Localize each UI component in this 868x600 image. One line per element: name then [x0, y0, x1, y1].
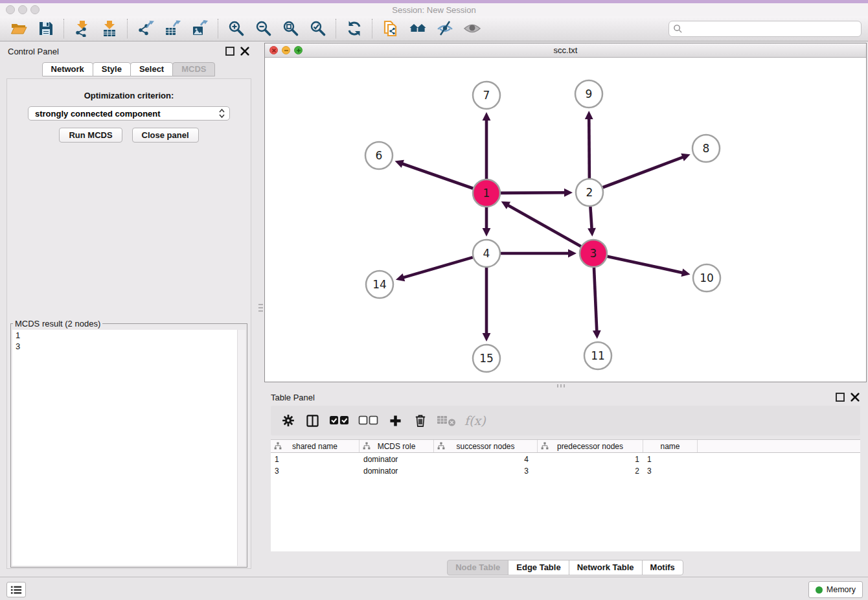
cell-mcds-role[interactable]: dominator: [360, 467, 434, 476]
criterion-select[interactable]: strongly connected component: [28, 106, 230, 121]
cell-name[interactable]: 3: [643, 467, 698, 476]
zoom-selected-icon: [310, 20, 326, 37]
delete-table-icon: [437, 414, 456, 427]
export-network-button[interactable]: [132, 18, 159, 39]
close-panel-icon[interactable]: [240, 46, 250, 56]
minimize-view-button[interactable]: [282, 46, 290, 54]
refresh-button[interactable]: [341, 18, 368, 39]
table-row[interactable]: 3dominator323: [271, 466, 860, 476]
search-icon: [673, 24, 683, 34]
add-row-button[interactable]: [387, 412, 404, 429]
toolbar-icons: [5, 18, 486, 39]
hide-view-button[interactable]: [431, 18, 459, 39]
tab-select[interactable]: Select: [130, 62, 173, 76]
window-titlebar: Session: New Session: [0, 3, 868, 17]
cell-name[interactable]: 1: [643, 455, 698, 464]
graph-edge-1-2[interactable]: [501, 192, 565, 193]
main-toolbar: [0, 16, 868, 41]
horizontal-splitter[interactable]: [264, 382, 867, 389]
graph-edge-arrowhead: [483, 228, 491, 237]
tab-edge-table[interactable]: Edge Table: [508, 560, 569, 575]
run-mcds-button[interactable]: Run MCDS: [59, 128, 122, 143]
tab-style[interactable]: Style: [93, 62, 131, 76]
cell-mcds-role[interactable]: dominator: [360, 455, 434, 464]
graph-edge-2-8[interactable]: [603, 157, 684, 187]
node-table: shared nameMCDS rolesuccessor nodesprede…: [271, 439, 860, 551]
zoom-in-button[interactable]: [223, 18, 250, 39]
import-table-button[interactable]: [96, 18, 123, 39]
cell-successor-nodes[interactable]: 3: [434, 467, 538, 476]
column-header-shared-name[interactable]: shared name: [271, 440, 360, 452]
column-header-mcds-role[interactable]: MCDS role: [360, 440, 434, 452]
column-header-successor-nodes[interactable]: successor nodes: [434, 440, 538, 452]
graph-edge-arrowhead: [483, 112, 491, 121]
zoom-out-icon: [255, 20, 272, 37]
cell-shared-name[interactable]: 1: [271, 455, 360, 464]
search-box[interactable]: [668, 21, 862, 37]
cell-successor-nodes[interactable]: 4: [434, 455, 538, 464]
export-image-button[interactable]: [187, 18, 214, 39]
result-item[interactable]: 3: [12, 341, 238, 352]
cell-predecessor-nodes[interactable]: 1: [538, 455, 643, 464]
close-panel-icon[interactable]: [850, 392, 860, 402]
select-all-icon: [329, 414, 350, 427]
graph-edge-arrowhead: [396, 273, 405, 281]
close-panel-button[interactable]: Close panel: [132, 128, 199, 143]
graph-edge-3-11[interactable]: [594, 268, 597, 332]
export-network-icon: [137, 20, 154, 37]
tab-network-table[interactable]: Network Table: [569, 560, 643, 575]
result-scrollbar[interactable]: [237, 330, 246, 566]
delete-row-button[interactable]: [412, 412, 428, 429]
cell-predecessor-nodes[interactable]: 2: [538, 467, 643, 476]
save-session-button[interactable]: [32, 18, 60, 39]
column-header-name[interactable]: name: [643, 440, 698, 452]
zoom-fit-icon: [282, 20, 299, 37]
zoom-selected-button[interactable]: [304, 18, 332, 39]
import-network-button[interactable]: [69, 18, 96, 39]
clone-network-button[interactable]: [377, 18, 404, 39]
graph-edge-1-6[interactable]: [402, 163, 473, 189]
zoom-out-button[interactable]: [250, 18, 277, 39]
float-panel-icon[interactable]: [225, 46, 235, 56]
window-title: Session: New Session: [0, 5, 868, 15]
result-item[interactable]: 1: [12, 330, 238, 341]
tab-mcds[interactable]: MCDS: [172, 62, 215, 76]
column-label: successor nodes: [456, 442, 514, 451]
deselect-all-icon: [358, 414, 379, 427]
splitter-grip[interactable]: [557, 384, 565, 387]
deselect-all-button[interactable]: [358, 412, 379, 429]
go-home-button[interactable]: [404, 18, 431, 39]
gear-button[interactable]: [280, 412, 296, 429]
delete-table-button: [437, 412, 456, 429]
graph-edge-arrowhead: [564, 189, 573, 197]
graph-edge-3-10[interactable]: [607, 257, 683, 273]
show-view-button[interactable]: [459, 18, 486, 39]
graph-edge-4-14[interactable]: [403, 257, 473, 278]
cell-shared-name[interactable]: 3: [271, 467, 360, 476]
graph-edge-2-9[interactable]: [589, 118, 589, 178]
zoom-fit-button[interactable]: [277, 18, 304, 39]
splitter-grip[interactable]: [258, 303, 263, 312]
float-panel-icon[interactable]: [835, 392, 845, 402]
tab-node-table[interactable]: Node Table: [447, 560, 508, 575]
split-view-button[interactable]: [304, 412, 321, 429]
shared-column-icon: [363, 442, 371, 450]
network-canvas[interactable]: 1234678910111415: [265, 58, 866, 382]
tab-network[interactable]: Network: [42, 62, 93, 76]
open-file-button[interactable]: [5, 18, 32, 39]
memory-button[interactable]: Memory: [808, 581, 863, 598]
close-view-button[interactable]: [269, 46, 278, 54]
export-table-button[interactable]: [159, 18, 187, 39]
graph-edge-2-3[interactable]: [590, 207, 591, 229]
vertical-splitter[interactable]: [257, 41, 264, 577]
table-row[interactable]: 1dominator411: [271, 454, 860, 465]
tab-motifs[interactable]: Motifs: [642, 560, 683, 575]
column-header-predecessor-nodes[interactable]: predecessor nodes: [538, 440, 643, 452]
graph-node-label: 9: [586, 87, 593, 100]
maximize-view-button[interactable]: [294, 46, 303, 54]
select-all-button[interactable]: [329, 412, 350, 429]
task-history-button[interactable]: [6, 582, 26, 597]
import-network-icon: [74, 20, 91, 37]
graph-edge-3-1[interactable]: [507, 205, 581, 246]
search-input[interactable]: [683, 23, 861, 34]
